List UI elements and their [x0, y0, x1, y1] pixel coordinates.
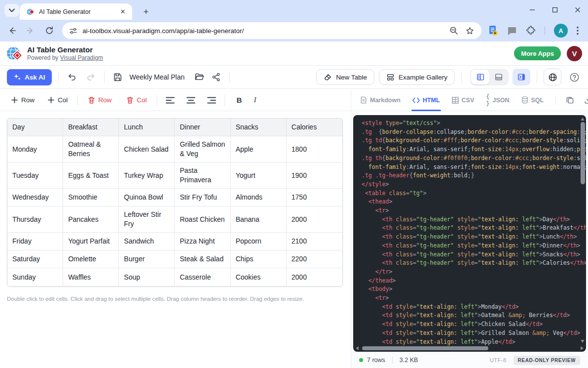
table-cell[interactable]: Sunday	[7, 268, 63, 286]
table-cell[interactable]: Roast Chicken	[175, 206, 230, 233]
table-cell[interactable]: Yogurt Parfait	[63, 233, 119, 250]
bookmark-star-icon[interactable]	[464, 25, 476, 37]
help-button[interactable]	[567, 70, 581, 84]
column-header[interactable]: Snacks	[231, 119, 287, 136]
delete-col-button[interactable]: Col	[122, 93, 150, 107]
site-settings-icon[interactable]	[69, 27, 77, 35]
table-cell[interactable]: Grilled Salmon & Veg	[175, 136, 230, 163]
url-field[interactable]: ai-toolbox.visual-paradigm.com/app/ai-ta…	[62, 22, 481, 39]
table-cell[interactable]: Steak & Salad	[175, 250, 230, 268]
column-header[interactable]: Calories	[287, 119, 342, 136]
browser-tab[interactable]: AI Table Generator ✕	[20, 3, 132, 20]
italic-button[interactable]: I	[248, 94, 262, 106]
comment-bubble-icon[interactable]	[507, 26, 517, 36]
tab-html[interactable]: HTML	[412, 89, 440, 111]
forward-button[interactable]	[24, 24, 37, 38]
table-cell[interactable]: Tuesday	[7, 163, 63, 189]
tab-json[interactable]: { } JSON	[486, 89, 509, 111]
back-button[interactable]	[5, 24, 19, 38]
window-minimize-button[interactable]	[528, 5, 537, 14]
more-apps-button[interactable]: More Apps	[514, 46, 561, 60]
align-center-button[interactable]	[184, 93, 198, 107]
copy-code-button[interactable]	[566, 96, 574, 104]
add-col-button[interactable]: Col	[43, 93, 72, 107]
new-table-button[interactable]: New Table	[316, 69, 374, 85]
table-cell[interactable]: 2200	[287, 250, 342, 268]
add-row-button[interactable]: Row	[7, 93, 38, 107]
docs-offline-extension-icon[interactable]	[488, 25, 498, 36]
table-cell[interactable]: Leftover Stir Fry	[119, 206, 175, 233]
new-tab-button[interactable]: +	[140, 6, 152, 18]
table-cell[interactable]: Pizza Night	[175, 233, 230, 250]
align-right-button[interactable]	[205, 93, 219, 107]
table-cell[interactable]: Omelette	[63, 250, 119, 268]
delete-row-button[interactable]: Row	[84, 93, 115, 107]
table-cell[interactable]: Soup	[119, 268, 175, 286]
column-header[interactable]: Breakfast	[63, 119, 119, 136]
window-maximize-button[interactable]	[551, 5, 559, 14]
table-cell[interactable]: Friday	[7, 233, 63, 250]
scroll-down-arrow[interactable]	[581, 340, 585, 343]
table-cell[interactable]: Yogurt	[231, 163, 287, 189]
share-icon[interactable]	[209, 70, 223, 84]
undo-button[interactable]	[65, 70, 79, 84]
horizontal-scrollbar[interactable]	[353, 345, 586, 352]
tab-markdown[interactable]: Markdown	[360, 89, 401, 111]
split-vertical-button[interactable]	[471, 70, 489, 84]
table-cell[interactable]: Apple	[231, 136, 287, 163]
table-cell[interactable]: Thursday	[7, 206, 63, 233]
ask-ai-button[interactable]: Ask AI	[7, 69, 52, 85]
table-cell[interactable]: Burger	[119, 250, 175, 268]
zoom-out-icon[interactable]	[448, 25, 460, 37]
user-avatar[interactable]: V	[567, 46, 582, 61]
table-cell[interactable]: Oatmeal & Berries	[63, 136, 119, 163]
scroll-left-arrow[interactable]	[356, 346, 359, 350]
table-cell[interactable]: Popcorn	[231, 233, 287, 250]
table-cell[interactable]: Chips	[231, 250, 287, 268]
table-cell[interactable]: Pancakes	[63, 206, 119, 233]
visual-paradigm-link[interactable]: Visual Paradigm	[60, 54, 103, 61]
browser-profile-avatar[interactable]: A	[554, 24, 568, 38]
table-cell[interactable]: 2000	[287, 206, 342, 233]
browser-menu-kebab-icon[interactable]	[577, 26, 579, 35]
tab-sql[interactable]: SQL	[521, 89, 544, 111]
reload-button[interactable]	[42, 24, 56, 38]
download-code-button[interactable]	[584, 96, 588, 104]
table-cell[interactable]: Pasta Primavera	[175, 163, 230, 189]
column-header[interactable]: Day	[7, 119, 63, 136]
language-globe-button[interactable]	[544, 69, 561, 85]
table-cell[interactable]: Waffles	[63, 268, 119, 286]
vertical-scrollbar[interactable]	[579, 115, 586, 345]
table-cell[interactable]: Cookies	[231, 268, 287, 286]
table-cell[interactable]: 2000	[287, 268, 342, 286]
table-cell[interactable]: 1750	[287, 189, 342, 206]
column-header[interactable]: Lunch	[119, 119, 175, 136]
scroll-right-arrow[interactable]	[581, 346, 584, 350]
table-cell[interactable]: Eggs & Toast	[63, 163, 119, 189]
toggle-code-panel-button[interactable]	[513, 69, 530, 85]
example-gallery-button[interactable]: Example Gallery	[379, 69, 455, 85]
tab-search-button[interactable]	[4, 4, 19, 17]
align-left-button[interactable]	[163, 93, 177, 107]
tab-csv[interactable]: CSV	[452, 89, 475, 111]
extensions-puzzle-icon[interactable]	[526, 26, 536, 36]
save-icon[interactable]	[111, 70, 125, 84]
table-cell[interactable]: Sandwich	[119, 233, 175, 250]
table-cell[interactable]: Stir Fry Tofu	[175, 189, 230, 206]
tab-close-icon[interactable]: ✕	[118, 7, 127, 16]
open-folder-icon[interactable]	[192, 70, 206, 84]
table-cell[interactable]: Banana	[231, 206, 287, 233]
table-cell[interactable]: 1800	[287, 136, 342, 163]
table-cell[interactable]: Turkey Wrap	[119, 163, 175, 189]
vertical-scroll-thumb[interactable]	[581, 122, 585, 184]
bold-button[interactable]: B	[231, 94, 248, 106]
horizontal-scroll-thumb[interactable]	[362, 346, 488, 350]
table-cell[interactable]: Monday	[7, 136, 63, 163]
table-cell[interactable]: Saturday	[7, 250, 63, 268]
table-cell[interactable]: Wednesday	[7, 189, 63, 206]
table-cell[interactable]: 2100	[287, 233, 342, 250]
table-cell[interactable]: Smoothie	[63, 189, 119, 206]
table-cell[interactable]: Casserole	[175, 268, 230, 286]
table-cell[interactable]: 1900	[287, 163, 342, 189]
window-close-button[interactable]	[573, 5, 582, 14]
